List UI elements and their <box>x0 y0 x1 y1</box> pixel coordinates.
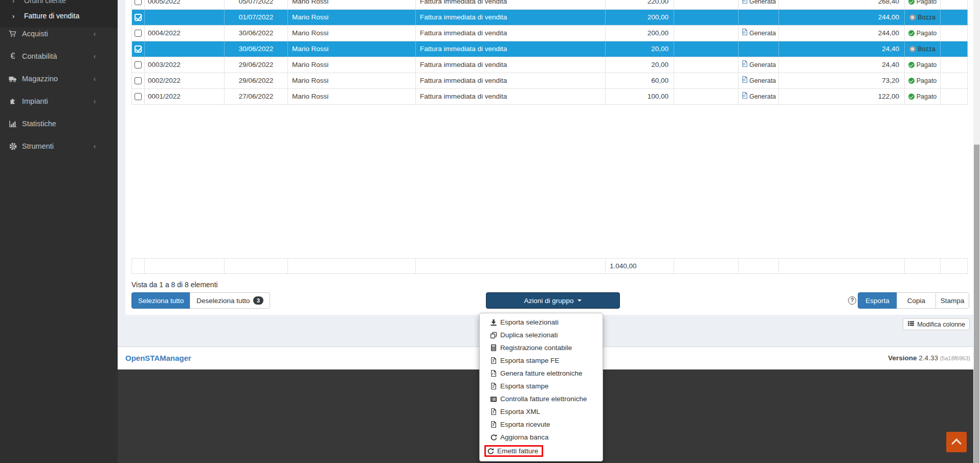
cell-doc-type: Fattura immediata di vendita <box>416 89 606 105</box>
cell-empty <box>674 26 739 41</box>
cell-total: 244,00 <box>779 26 905 41</box>
scroll-to-top-button[interactable] <box>946 432 967 452</box>
bar-chart-icon <box>8 120 18 127</box>
sidebar-item-magazzino[interactable]: Magazzino‹ <box>0 67 118 90</box>
cell-empty <box>941 41 968 57</box>
export-button[interactable]: Esporta <box>858 292 897 309</box>
cell-empty <box>674 10 739 26</box>
cell-empty <box>674 41 739 57</box>
copy-button[interactable]: Copia <box>897 292 936 309</box>
cart-icon <box>8 30 18 37</box>
cell-net-amount: 100,00 <box>606 89 674 105</box>
select-all-button[interactable]: Seleziona tutto <box>131 292 190 309</box>
group-actions-label: Azioni di gruppo <box>524 297 574 305</box>
row-checkbox-checked[interactable] <box>135 14 142 21</box>
menu-item-aggiorna-banca[interactable]: Aggiorna banca <box>480 431 603 444</box>
sidebar-item-label: Magazzino <box>22 75 58 83</box>
cell-fe-status: Generata <box>739 57 779 73</box>
status-draft-icon <box>909 46 916 52</box>
cell-total: 268,40 <box>779 0 905 10</box>
generated-file-icon <box>741 57 747 73</box>
truck-icon <box>8 76 18 82</box>
export-button-group: Esporta Copia Stampa <box>858 292 969 309</box>
row-checkbox[interactable] <box>135 93 142 100</box>
angle-left-icon: ‹ <box>90 97 100 105</box>
cell-empty <box>674 0 739 10</box>
row-checkbox[interactable] <box>135 0 142 5</box>
print-button[interactable]: Stampa <box>936 292 969 309</box>
menu-item-label: Esporta selezionati <box>500 317 559 327</box>
cell-number: 0001/2022 <box>145 89 225 105</box>
cell-checkbox <box>132 0 145 10</box>
brand-link[interactable]: OpenSTAManager <box>125 354 191 362</box>
calculator-icon <box>490 344 497 352</box>
sidebar-subitem-ordini-cliente[interactable]: ›Ordini cliente <box>0 0 118 8</box>
totals-cell <box>288 258 416 274</box>
cell-date: 01/07/2022 <box>225 10 288 26</box>
menu-item-controlla-fatture-elettroniche[interactable]: Controlla fatture elettroniche <box>480 392 603 405</box>
status-badge: Pagato <box>917 0 937 9</box>
cell-checkbox <box>132 26 145 41</box>
table-row[interactable]: 0003/202229/06/2022Mario RossiFattura im… <box>132 57 967 73</box>
menu-item-esporta-xml[interactable]: Esporta XML <box>480 405 603 418</box>
menu-item-registrazione-contabile[interactable]: Registrazione contabile <box>480 341 603 354</box>
edit-columns-button[interactable]: Modifica colonne <box>903 318 970 330</box>
menu-item-esporta-ricevute[interactable]: Esporta ricevute <box>480 418 603 431</box>
menu-item-genera-fatture-elettroniche[interactable]: Genera fatture elettroniche <box>480 367 603 380</box>
menu-item-esporta-selezionati[interactable]: Esporta selezionati <box>480 316 603 329</box>
table-row[interactable]: 01/07/2022Mario RossiFattura immediata d… <box>132 10 967 26</box>
totals-cell <box>941 258 968 274</box>
group-actions-button[interactable]: Azioni di gruppo <box>486 292 620 309</box>
angle-left-icon: ‹ <box>90 75 100 83</box>
cell-doc-type: Fattura immediata di vendita <box>416 57 606 73</box>
menu-item-label: Emetti fatture <box>497 446 538 456</box>
version-build: (5a18f6963) <box>940 355 970 361</box>
row-checkbox-checked[interactable] <box>135 45 142 53</box>
sidebar-item-impianti[interactable]: Impianti‹ <box>0 90 118 112</box>
generated-file-icon <box>741 0 747 9</box>
row-checkbox[interactable] <box>135 61 142 68</box>
fe-generated-label: Generata <box>749 26 776 41</box>
vertical-scrollbar[interactable] <box>973 0 980 463</box>
sidebar-item-contabilit[interactable]: €Contabilità‹ <box>0 45 118 67</box>
cell-checkbox <box>132 10 145 26</box>
cell-fe-status: Generata <box>739 73 779 89</box>
status-badge: Pagato <box>917 26 937 41</box>
cell-total: 24,40 <box>779 41 905 57</box>
sidebar-item-strumenti[interactable]: Strumenti‹ <box>0 135 118 157</box>
generated-file-icon <box>741 89 747 104</box>
menu-item-label: Registrazione contabile <box>500 343 572 353</box>
menu-item-esporta-stampe[interactable]: Esporta stampe <box>480 380 603 392</box>
help-icon[interactable]: ? <box>848 296 856 305</box>
menu-item-label: Esporta ricevute <box>500 420 550 429</box>
table-row[interactable]: 0001/202227/06/2022Mario RossiFattura im… <box>132 89 967 105</box>
cell-fe-status: Generata <box>739 0 779 10</box>
sidebar-nav: Acquisti‹€Contabilità‹Magazzino‹Impianti… <box>0 22 118 157</box>
row-checkbox[interactable] <box>135 77 142 84</box>
menu-item-esporta-stampe-fe[interactable]: Esporta stampe FE <box>480 354 603 367</box>
menu-item-emetti-fatture[interactable]: Emetti fatture <box>480 444 603 458</box>
cell-net-amount: 200,00 <box>606 26 674 41</box>
table-row[interactable]: 0005/202205/07/2022Mario RossiFattura im… <box>132 0 967 10</box>
sidebar-item-acquisti[interactable]: Acquisti‹ <box>0 22 118 45</box>
cell-status: Pagato <box>905 57 941 73</box>
scrollbar-thumb[interactable] <box>974 145 979 463</box>
sidebar-item-statistiche[interactable]: Statistiche <box>0 112 118 135</box>
sidebar-item-label: Contabilità <box>22 52 57 60</box>
puzzle-icon <box>8 98 18 105</box>
menu-item-duplica-selezionati[interactable]: Duplica selezionati <box>480 329 603 341</box>
deselect-all-button[interactable]: Deseleziona tutto3 <box>190 292 270 309</box>
cell-empty <box>941 26 968 41</box>
sidebar-subitem-fatture-di-vendita[interactable]: ›Fatture di vendita <box>0 8 118 24</box>
row-checkbox[interactable] <box>135 30 142 37</box>
file-archive-icon <box>490 357 497 364</box>
cell-number: 0005/2022 <box>145 0 225 10</box>
table-row[interactable]: 0004/202230/06/2022Mario RossiFattura im… <box>132 26 967 41</box>
cell-doc-type: Fattura immediata di vendita <box>416 26 606 41</box>
cell-date: 30/06/2022 <box>225 41 288 57</box>
table-row[interactable]: 30/06/2022Mario RossiFattura immediata d… <box>132 41 967 57</box>
cell-empty <box>674 57 739 73</box>
cell-doc-type: Fattura immediata di vendita <box>416 10 606 26</box>
sidebar-item-label: Statistiche <box>22 120 56 128</box>
table-row[interactable]: 0002/202229/06/2022Mario RossiFattura im… <box>132 73 967 89</box>
